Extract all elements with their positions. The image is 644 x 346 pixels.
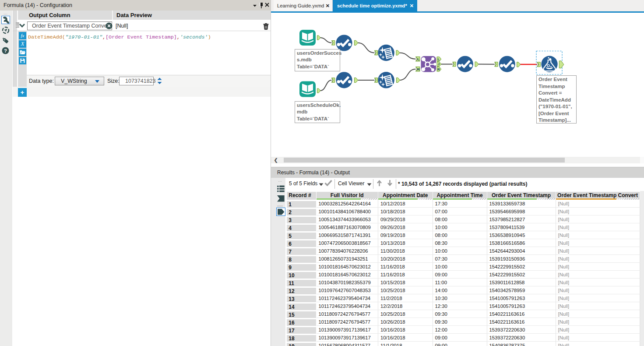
svg-text:L: L xyxy=(438,57,440,61)
svg-text:J: J xyxy=(438,62,440,66)
svg-text:R: R xyxy=(437,67,440,71)
svg-text:?: ? xyxy=(4,48,7,53)
svg-text:L: L xyxy=(418,57,420,61)
svg-text:R: R xyxy=(417,67,420,71)
